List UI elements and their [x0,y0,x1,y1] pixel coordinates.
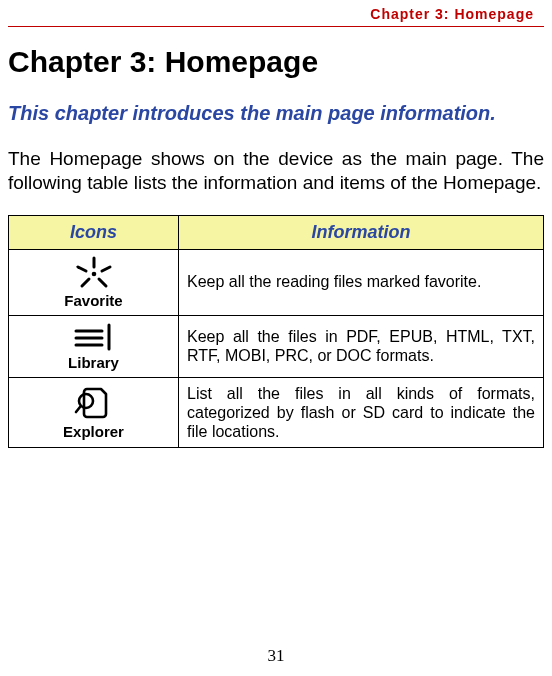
body-paragraph: The Homepage shows on the device as the … [8,147,544,195]
icon-cell-favorite: Favorite [9,249,179,315]
chapter-intro: This chapter introduces the main page in… [8,101,544,125]
header-icons: Icons [9,215,179,249]
info-cell: List all the files in all kinds of forma… [179,377,544,448]
table-row: Favorite Keep all the reading files mark… [9,249,544,315]
chapter-title: Chapter 3: Homepage [8,45,544,79]
icon-label: Explorer [63,423,124,440]
library-icon [72,322,116,352]
icon-label: Library [68,354,119,371]
svg-line-2 [102,267,110,271]
icon-wrap: Library [17,322,170,371]
page: Chapter 3: Homepage Chapter 3: Homepage … [0,0,552,676]
svg-line-1 [78,267,86,271]
info-cell: Keep all the files in PDF, EPUB, HTML, T… [179,315,544,377]
explorer-icon [74,385,114,421]
table-row: Explorer List all the files in all kinds… [9,377,544,448]
svg-line-4 [99,279,106,286]
table-header-row: Icons Information [9,215,544,249]
icon-cell-library: Library [9,315,179,377]
svg-line-11 [76,407,80,412]
running-header: Chapter 3: Homepage [8,6,544,27]
icon-wrap: Explorer [17,385,170,440]
icon-label: Favorite [64,292,122,309]
svg-line-3 [82,279,89,286]
info-cell: Keep all the reading files marked favori… [179,249,544,315]
icon-wrap: Favorite [17,256,170,309]
icon-cell-explorer: Explorer [9,377,179,448]
header-information: Information [179,215,544,249]
favorite-icon [74,256,114,290]
homepage-items-table: Icons Information [8,215,544,449]
svg-point-5 [91,271,96,276]
page-number: 31 [0,646,552,666]
table-row: Library Keep all the files in PDF, EPUB,… [9,315,544,377]
svg-point-10 [79,394,93,408]
